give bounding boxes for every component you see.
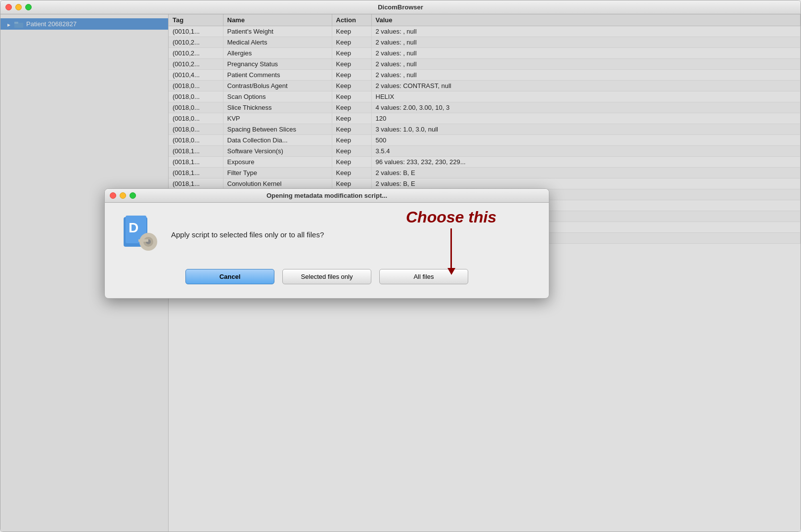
dialog-title: Opening metadata modification script... [267,192,387,199]
cancel-button[interactable]: Cancel [185,269,274,284]
dialog-buttons: Cancel Selected files only All files [120,269,534,284]
app-icon: D [120,215,159,254]
close-button[interactable] [5,4,12,10]
dialog-zoom-button[interactable] [130,192,136,199]
minimize-button[interactable] [15,4,22,10]
dialog-body: D Apply script to selected files only or… [105,203,549,298]
svg-text:D: D [129,220,138,235]
window-title: DicomBrowser [378,3,423,11]
svg-rect-9 [138,239,148,242]
main-window: DicomBrowser Patient 20682827 [0,0,801,532]
zoom-button[interactable] [25,4,32,10]
selected-files-button[interactable]: Selected files only [282,269,371,284]
window-controls [5,4,32,10]
dialog-window-controls [110,192,136,199]
dialog: Opening metadata modification script... … [104,188,549,299]
all-files-button[interactable]: All files [379,269,468,284]
dialog-content-row: D Apply script to selected files only or… [120,215,534,254]
dialog-message: Apply script to selected files only or t… [171,230,534,239]
dialog-minimize-button[interactable] [120,192,126,199]
dialog-title-bar: Opening metadata modification script... [105,189,549,203]
title-bar: DicomBrowser [0,0,801,14]
dialog-close-button[interactable] [110,192,116,199]
